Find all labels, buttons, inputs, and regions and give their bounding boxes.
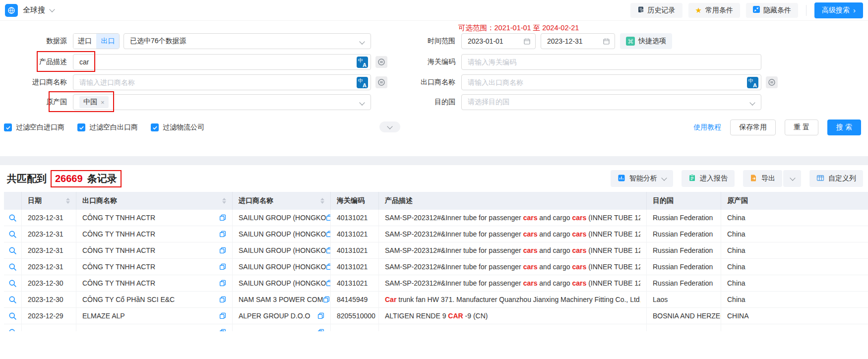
header-cell[interactable]: 日期 <box>22 192 76 210</box>
header-cell-zoom <box>4 192 22 210</box>
header-cell[interactable]: 出口商名称 <box>76 192 233 210</box>
toggle-export[interactable]: 出口 <box>96 34 119 49</box>
translate-icon[interactable]: 中A <box>357 57 368 68</box>
copy-icon[interactable] <box>326 280 331 287</box>
copy-icon[interactable] <box>219 263 226 270</box>
calendar-icon <box>603 38 610 47</box>
table-row[interactable]: 2023-12-31 CÔNG TY TNHH ACTR SAILUN GROU… <box>4 210 868 226</box>
origin-country-select[interactable]: 中国 × <box>73 94 371 110</box>
fuzzy-match-icon[interactable] <box>766 76 778 88</box>
sort-icon[interactable] <box>66 196 70 206</box>
cell-origin: China <box>721 259 868 275</box>
copy-icon[interactable] <box>326 263 331 270</box>
copy-icon[interactable] <box>317 329 324 331</box>
customize-columns-button[interactable]: 自定义列 <box>809 170 863 187</box>
checkbox-checked-icon[interactable] <box>151 123 159 131</box>
filter-checkbox[interactable]: 过滤空白出口商 <box>77 123 138 132</box>
datasource-select[interactable]: 已选中76个数据源 <box>124 33 371 49</box>
toggle-import[interactable]: 进口 <box>73 34 96 49</box>
product-desc-input[interactable] <box>79 58 353 66</box>
table-row[interactable]: 2023-12-31 CÔNG TY TNHH ACTR SAILUN GROU… <box>4 242 868 259</box>
hs-code-input[interactable] <box>468 58 755 66</box>
tag-close-icon[interactable]: × <box>101 99 105 106</box>
results-panel: 共匹配到 26669 条记录 智能分析 进入报告 导出 自定义列 <box>0 165 868 359</box>
copy-icon[interactable] <box>219 231 226 238</box>
copy-icon[interactable] <box>219 280 226 287</box>
copy-icon[interactable] <box>317 312 324 319</box>
header-cell[interactable]: 原产国 <box>721 192 868 210</box>
start-date-field[interactable]: 2023-01-01 <box>461 33 536 49</box>
copy-icon[interactable] <box>219 329 226 331</box>
save-conditions-button[interactable]: 保存常用 <box>730 120 776 135</box>
importer-row: 进口商名称 中A <box>0 74 387 91</box>
table-row[interactable]: 2023-12-29 ELMAZE ALP ALPER GROUP D.O.O … <box>4 308 868 324</box>
fuzzy-match-icon[interactable] <box>375 76 387 88</box>
header-cell[interactable]: 产品描述 <box>379 192 647 210</box>
destination-select[interactable]: 请选择目的国 <box>461 94 761 110</box>
table-row[interactable]: 2023-12-30 CÔNG TY Cổ PHầN SCI E&C NAM S… <box>4 292 868 308</box>
enter-report-button[interactable]: 进入报告 <box>682 170 735 187</box>
exporter-input[interactable] <box>468 78 743 86</box>
history-button[interactable]: 历史记录 <box>630 3 682 18</box>
header-cell[interactable]: 目的国 <box>647 192 721 210</box>
filter-checkbox[interactable]: 过滤空白进口商 <box>4 123 64 132</box>
translate-icon[interactable]: 中A <box>357 77 368 88</box>
datasource-selected-text: 已选中76个数据源 <box>130 37 186 46</box>
chevron-down-icon <box>387 123 392 129</box>
checkbox-checked-icon[interactable] <box>4 123 12 131</box>
row-detail-magnifier-icon[interactable] <box>8 246 17 255</box>
cell-exporter: ELMAZE ALP <box>76 308 233 324</box>
reset-button[interactable]: 重 置 <box>785 120 818 135</box>
table-body: 2023-12-31 CÔNG TY TNHH ACTR SAILUN GROU… <box>4 210 868 331</box>
row-detail-magnifier-icon[interactable] <box>8 296 17 304</box>
quick-options-button[interactable]: 快捷选项 <box>620 33 672 49</box>
export-options-chevron-button[interactable] <box>783 170 801 187</box>
copy-icon[interactable] <box>323 296 330 303</box>
sort-icon[interactable] <box>320 196 324 206</box>
cell-date: 2023-12-30 <box>22 292 76 307</box>
filter-checkboxes: 过滤空白进口商 过滤空白出口商 过滤物流公司 <box>4 119 204 136</box>
advanced-search-button[interactable]: 高级搜索 › <box>814 2 863 18</box>
favorites-label: 常用条件 <box>705 6 733 15</box>
filter-checkbox-label: 过滤空白进口商 <box>16 123 64 132</box>
smart-analysis-button[interactable]: 智能分析 <box>611 170 673 187</box>
filter-checkbox[interactable]: 过滤物流公司 <box>151 123 204 132</box>
row-detail-magnifier-icon[interactable] <box>8 312 17 320</box>
table-row[interactable] <box>4 324 868 331</box>
importer-input[interactable] <box>79 78 353 86</box>
app-logo-globe-icon[interactable] <box>5 4 18 17</box>
export-split-button: 导出 <box>743 170 801 187</box>
app-switcher-chevron-down-icon[interactable] <box>49 6 55 12</box>
hide-conditions-button[interactable]: 隐藏条件 <box>746 3 798 18</box>
cell-product-desc <box>379 324 647 331</box>
copy-icon[interactable] <box>326 214 331 221</box>
copy-icon[interactable] <box>219 296 226 303</box>
row-detail-magnifier-icon[interactable] <box>8 279 17 288</box>
copy-icon[interactable] <box>219 214 226 221</box>
copy-icon[interactable] <box>219 312 226 319</box>
row-detail-magnifier-icon[interactable] <box>8 328 17 332</box>
table-row[interactable]: 2023-12-30 CÔNG TY TNHH ACTR SAILUN GROU… <box>4 275 868 292</box>
header-cell[interactable]: 进口商名称 <box>233 192 331 210</box>
row-detail-magnifier-icon[interactable] <box>8 214 17 222</box>
checkbox-checked-icon[interactable] <box>77 123 85 131</box>
copy-icon[interactable] <box>326 231 331 238</box>
table-row[interactable]: 2023-12-31 CÔNG TY TNHH ACTR SAILUN GROU… <box>4 259 868 275</box>
cell-destination: Laos <box>647 292 721 307</box>
translate-icon[interactable]: 中A <box>747 77 758 88</box>
sort-icon[interactable] <box>222 196 226 206</box>
favorites-button[interactable]: ★ 常用条件 <box>688 3 740 18</box>
export-button[interactable]: 导出 <box>743 170 782 187</box>
row-detail-magnifier-icon[interactable] <box>8 263 17 271</box>
fuzzy-match-icon[interactable] <box>375 56 387 68</box>
copy-icon[interactable] <box>219 247 226 254</box>
column-label: 产品描述 <box>385 196 413 205</box>
copy-icon[interactable] <box>326 247 331 254</box>
header-cell[interactable]: 海关编码 <box>331 192 379 210</box>
end-date-field[interactable]: 2023-12-31 <box>541 33 615 49</box>
tutorial-link[interactable]: 使用教程 <box>693 123 721 132</box>
search-button[interactable]: 搜 索 <box>827 120 861 135</box>
row-detail-magnifier-icon[interactable] <box>8 230 17 239</box>
table-row[interactable]: 2023-12-31 CÔNG TY TNHH ACTR SAILUN GROU… <box>4 226 868 242</box>
collapse-form-button[interactable] <box>379 121 400 132</box>
